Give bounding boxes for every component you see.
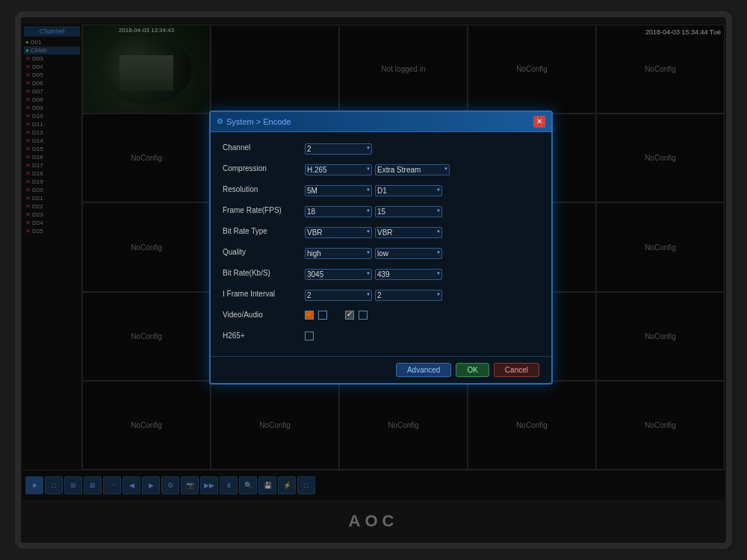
- resolution-row: Resolution 5M D1: [223, 181, 539, 198]
- compression-main-select[interactable]: H.265: [305, 164, 372, 175]
- bitratetype-label: Bit Rate Type: [223, 227, 305, 235]
- quality-extra-select[interactable]: low: [375, 248, 442, 259]
- video-checkbox-extra[interactable]: [345, 311, 354, 320]
- framerate-label: Frame Rate(FPS): [223, 206, 305, 214]
- videoaudio-row: Video/Audio: [223, 307, 539, 323]
- monitor-bottom: AOC: [22, 500, 725, 543]
- compression-controls: H.265 Extra Stream: [305, 162, 539, 175]
- quality-extra-wrapper: low: [375, 246, 442, 259]
- iframe-main-wrapper: 2: [305, 287, 372, 301]
- channel-label: Channel: [223, 143, 305, 152]
- quality-label: Quality: [223, 248, 305, 256]
- compression-extra-wrapper: Extra Stream: [375, 162, 450, 175]
- bitrate-extra-wrapper: 439: [375, 267, 442, 280]
- iframe-main-select[interactable]: 2: [305, 290, 372, 301]
- bitratetype-row: Bit Rate Type VBR VBR: [223, 223, 539, 240]
- bitratetype-extra-wrapper: VBR: [375, 225, 442, 238]
- dialog-overlay: ⚙ System > Encode ✕ Channel 2: [22, 25, 725, 500]
- compression-main-wrapper: H.265: [305, 162, 372, 175]
- bitrate-main-wrapper: 3045: [305, 267, 372, 280]
- dialog-titlebar: ⚙ System > Encode ✕: [211, 112, 551, 132]
- dialog-title-text: System > Encode: [226, 117, 291, 126]
- h265plus-controls: [305, 332, 539, 340]
- quality-main-wrapper: high: [305, 246, 372, 259]
- resolution-label: Resolution: [223, 185, 305, 193]
- quality-controls: high low: [305, 246, 539, 259]
- bitratetype-extra-select[interactable]: VBR: [375, 227, 442, 238]
- bitrate-extra-select[interactable]: 439: [375, 269, 442, 280]
- channel-select[interactable]: 2: [305, 143, 372, 155]
- bitrate-controls: 3045 439: [305, 267, 539, 280]
- h265plus-checkbox[interactable]: [305, 332, 314, 340]
- bitrate-label: Bit Rate(Kb/S): [223, 269, 305, 277]
- cancel-button[interactable]: Cancel: [494, 363, 539, 377]
- videoaudio-controls: [305, 311, 539, 320]
- dialog-footer: Advanced OK Cancel: [211, 356, 551, 383]
- resolution-main-wrapper: 5M: [305, 183, 372, 196]
- bitrate-main-select[interactable]: 3045: [305, 269, 372, 280]
- resolution-extra-select[interactable]: D1: [375, 185, 442, 196]
- channel-row: Channel 2: [223, 140, 539, 156]
- channel-controls: 2: [305, 141, 539, 155]
- iframe-label: I Frame Interval: [223, 290, 305, 298]
- encode-dialog: ⚙ System > Encode ✕ Channel 2: [209, 111, 553, 385]
- compression-row: Compression H.265 Extra Stream: [223, 161, 539, 177]
- framerate-extra-wrapper: 15: [375, 204, 442, 217]
- bitratetype-main-select[interactable]: VBR: [305, 227, 372, 238]
- compression-extra-select[interactable]: Extra Stream: [375, 164, 450, 175]
- videoaudio-label: Video/Audio: [223, 311, 305, 319]
- framerate-row: Frame Rate(FPS) 18 15: [223, 202, 539, 219]
- framerate-controls: 18 15: [305, 204, 539, 217]
- framerate-extra-select[interactable]: 15: [375, 206, 442, 217]
- bitrate-row: Bit Rate(Kb/S) 3045 439: [223, 265, 539, 281]
- quality-row: Quality high low: [223, 244, 539, 261]
- advanced-button[interactable]: Advanced: [396, 363, 451, 377]
- framerate-main-select[interactable]: 18: [305, 206, 372, 217]
- iframe-row: I Frame Interval 2 2: [223, 286, 539, 302]
- h265plus-row: H265+: [223, 328, 539, 344]
- monitor: I2080SW Channel ● D01 ● CAM0 ✕D03 ✕D04 ✕…: [15, 11, 732, 549]
- ok-button[interactable]: OK: [456, 363, 489, 377]
- resolution-controls: 5M D1: [305, 183, 539, 196]
- dialog-close-button[interactable]: ✕: [533, 116, 545, 128]
- dialog-body: Channel 2 Compression: [211, 132, 551, 356]
- quality-main-select[interactable]: high: [305, 248, 372, 259]
- dialog-title-icon: ⚙: [217, 117, 223, 125]
- iframe-extra-wrapper: 2: [375, 287, 442, 301]
- iframe-controls: 2 2: [305, 287, 539, 301]
- audio-checkbox-extra[interactable]: [359, 311, 368, 320]
- resolution-main-select[interactable]: 5M: [305, 185, 372, 196]
- dialog-title: ⚙ System > Encode: [217, 117, 291, 126]
- monitor-brand-label: AOC: [349, 511, 399, 531]
- channel-select-wrapper: 2: [305, 141, 372, 155]
- h265plus-label: H265+: [223, 332, 305, 340]
- screen: Channel ● D01 ● CAM0 ✕D03 ✕D04 ✕D05 ✕D06…: [22, 25, 725, 500]
- video-checkbox-main[interactable]: [305, 311, 314, 320]
- compression-label: Compression: [223, 164, 305, 172]
- resolution-extra-wrapper: D1: [375, 183, 442, 196]
- audio-checkbox-main[interactable]: [318, 311, 327, 320]
- bitratetype-main-wrapper: VBR: [305, 225, 372, 238]
- framerate-main-wrapper: 18: [305, 204, 372, 217]
- iframe-extra-select[interactable]: 2: [375, 290, 442, 301]
- bitratetype-controls: VBR VBR: [305, 225, 539, 238]
